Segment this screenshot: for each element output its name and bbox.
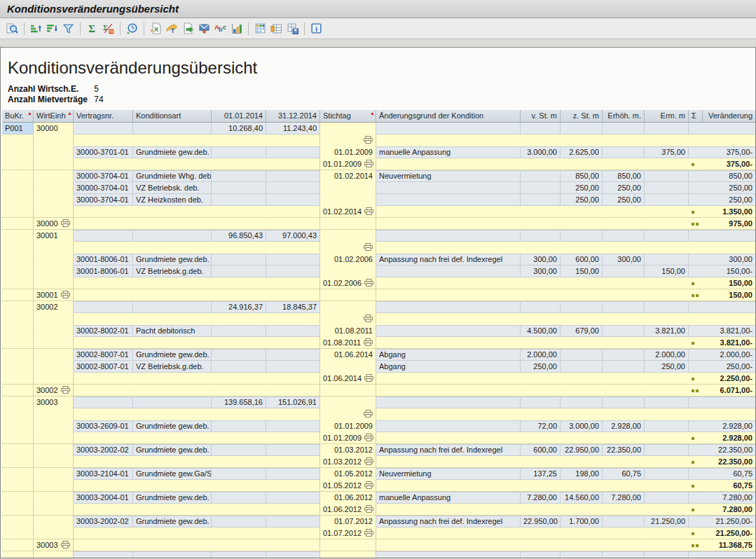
cell-veraend[interactable]: [703, 242, 756, 254]
cell-zstm[interactable]: [561, 408, 603, 420]
cell-bukr[interactable]: [2, 170, 34, 182]
cell-erhoeh[interactable]: [603, 396, 645, 408]
cell-stichtag[interactable]: [320, 396, 376, 408]
cell-grund[interactable]: Abgang: [376, 349, 521, 361]
cell-bis[interactable]: 97.000,43: [266, 230, 320, 242]
cell-stichtag[interactable]: [320, 408, 376, 420]
table-row-detail[interactable]: 30003-2002-02Grundmiete gew.deb.01.07.20…: [2, 516, 756, 527]
cell-vertragsnr[interactable]: [74, 206, 133, 218]
cell-wirteinh[interactable]: [34, 361, 74, 373]
cell-zstm[interactable]: [561, 527, 603, 539]
cell-erm[interactable]: 375,00: [645, 146, 689, 158]
cell-bukr[interactable]: [2, 492, 34, 504]
cell-veraend[interactable]: [689, 230, 756, 242]
cell-vstm[interactable]: [521, 539, 561, 551]
cell-vstm[interactable]: [521, 134, 561, 146]
cell-bis[interactable]: [266, 170, 320, 182]
cell-erhoeh[interactable]: [603, 349, 645, 361]
cell-von[interactable]: 24.916,37: [212, 301, 266, 313]
cell-grund[interactable]: [376, 289, 521, 301]
table-row-we[interactable]: 30003139.658,16151.026,91: [2, 396, 756, 408]
cell-veraend[interactable]: 22.350,00: [703, 456, 756, 468]
cell-von[interactable]: [212, 444, 266, 456]
cell-wirteinh[interactable]: [34, 158, 74, 170]
cell-vertragsnr[interactable]: 30001-8006-01: [74, 265, 133, 277]
column-header-bis[interactable]: 31.12.2014: [266, 110, 320, 123]
column-header-grund[interactable]: Änderungsgrund der Kondition: [376, 110, 521, 123]
table-row-detail[interactable]: 30002-8002-01Pacht debitorisch01.08.2011…: [2, 325, 756, 337]
cell-konditionsart[interactable]: Grundmiete gew.deb.: [133, 420, 212, 432]
cell-vertragsnr[interactable]: [74, 301, 133, 313]
cell-konditionsart[interactable]: [133, 527, 212, 539]
cell-vstm[interactable]: 137,25: [521, 468, 561, 480]
cell-vstm[interactable]: [521, 337, 561, 349]
cell-stichtag[interactable]: 01.06.2014: [320, 349, 376, 361]
table-row-detail[interactable]: 30000-3704-01VZ Heizkosten deb.250,00250…: [2, 194, 756, 206]
cell-zstm[interactable]: [561, 301, 603, 313]
cell-grund[interactable]: [376, 134, 521, 146]
cell-bis[interactable]: 11.243,40: [266, 123, 320, 134]
cell-sum[interactable]: [689, 158, 703, 170]
cell-erhoeh[interactable]: 250,00: [603, 182, 645, 194]
cell-vstm[interactable]: [521, 527, 561, 539]
cell-grund[interactable]: [376, 123, 521, 134]
cell-von[interactable]: [212, 337, 266, 349]
cell-zstm[interactable]: [561, 277, 603, 289]
cell-stichtag[interactable]: 01.01.2009: [320, 146, 376, 158]
cell-vstm[interactable]: [521, 301, 561, 313]
cell-vstm[interactable]: 2.000,00: [521, 349, 561, 361]
cell-zstm[interactable]: [561, 230, 603, 242]
cell-grund[interactable]: Abgang: [376, 361, 521, 373]
cell-erhoeh[interactable]: 300,00: [603, 254, 645, 265]
print-icon[interactable]: [364, 338, 373, 346]
cell-konditionsart[interactable]: [133, 158, 212, 170]
print-icon[interactable]: [364, 529, 373, 537]
cell-stichtag[interactable]: 01.05.2012: [320, 468, 376, 480]
cell-vstm[interactable]: [521, 456, 561, 468]
cell-wirteinh[interactable]: 30002: [34, 385, 74, 396]
cell-veraend[interactable]: [703, 313, 756, 325]
cell-vertragsnr[interactable]: [74, 313, 133, 325]
cell-vertragsnr[interactable]: 30002-8007-01: [74, 349, 133, 361]
cell-stichtag[interactable]: 01.03.2012: [320, 456, 376, 468]
cell-von[interactable]: [212, 373, 266, 385]
cell-konditionsart[interactable]: [133, 337, 212, 349]
cell-bukr[interactable]: [2, 480, 34, 492]
cell-bis[interactable]: [266, 373, 320, 385]
cell-vstm[interactable]: [521, 408, 561, 420]
column-header-konditionsart[interactable]: Konditionsart: [133, 110, 212, 123]
cell-erm[interactable]: [645, 277, 689, 289]
cell-konditionsart[interactable]: Grundmiete gew.Ga/St: [133, 468, 212, 480]
cell-veraend[interactable]: 22.350,00: [689, 444, 756, 456]
table-row-sub2[interactable]: 30000975,00: [2, 218, 756, 230]
cell-sum[interactable]: [689, 134, 703, 146]
cell-von[interactable]: 139.658,16: [212, 396, 266, 408]
cell-veraend[interactable]: [689, 123, 756, 134]
cell-zstm[interactable]: [561, 396, 603, 408]
cell-grund[interactable]: Neuvermietung: [376, 468, 521, 480]
cell-vertragsnr[interactable]: 30003-2609-01: [74, 420, 133, 432]
cell-konditionsart[interactable]: Pacht debitorisch: [133, 325, 212, 337]
cell-bis[interactable]: [266, 242, 320, 254]
cell-vstm[interactable]: 300,00: [521, 265, 561, 277]
cell-erhoeh[interactable]: [603, 301, 645, 313]
cell-vertragsnr[interactable]: [74, 551, 133, 558]
cell-sum[interactable]: [689, 277, 703, 289]
cell-wirteinh[interactable]: [34, 444, 74, 456]
cell-vertragsnr[interactable]: 30001-8006-01: [74, 254, 133, 265]
cell-vertragsnr[interactable]: [74, 504, 133, 516]
cell-bukr[interactable]: [2, 361, 34, 373]
cell-bis[interactable]: [266, 134, 320, 146]
cell-vertragsnr[interactable]: [74, 373, 133, 385]
cell-erm[interactable]: [645, 170, 689, 182]
cell-vertragsnr[interactable]: [74, 218, 133, 230]
cell-erhoeh[interactable]: [603, 361, 645, 373]
cell-sum[interactable]: [689, 527, 703, 539]
cell-zstm[interactable]: [561, 123, 603, 134]
cell-erm[interactable]: [645, 456, 689, 468]
send-button[interactable]: [196, 21, 212, 36]
cell-vertragsnr[interactable]: 30003-2104-01: [74, 468, 133, 480]
cell-bis[interactable]: [266, 539, 320, 551]
cell-vertragsnr[interactable]: [74, 480, 133, 492]
cell-grund[interactable]: [376, 432, 521, 444]
